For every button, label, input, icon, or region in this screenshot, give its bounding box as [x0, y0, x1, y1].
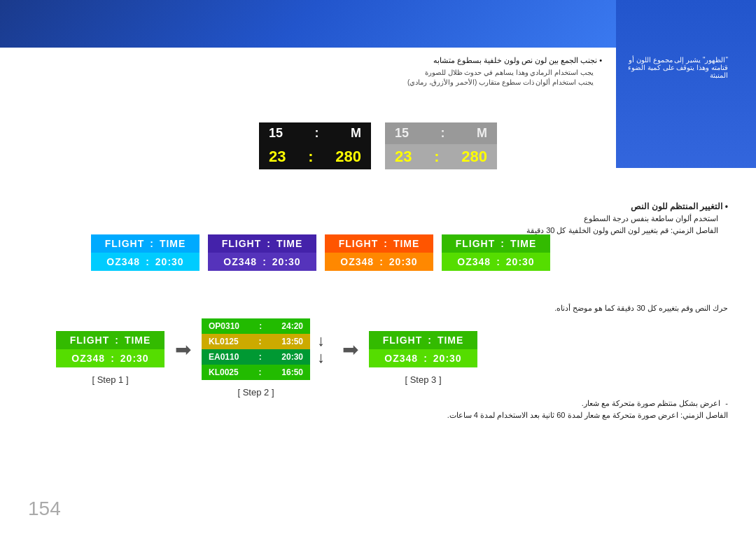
right-panel	[616, 0, 756, 168]
flight-board-green: FLIGHT : TIME OZ348 : 20:30	[442, 234, 550, 271]
step2-row2-col2: 13:50	[281, 337, 303, 346]
arrow2: ➡	[332, 338, 369, 379]
fb-blue-bot-colon: :	[146, 256, 150, 267]
rotation-desc: حرك النص وقم بتغييره كل 30 دقيقة كما هو …	[308, 301, 728, 314]
fb-orange-bot-flight: OZ348	[340, 256, 374, 267]
scoreboard-dark: 15 : M 23 : 280	[259, 122, 371, 169]
bottom-desc: اعرض بشكل منتظم صورة متحركة مع شعار. الف…	[406, 399, 728, 423]
sb-gray-top-left: 15	[395, 126, 409, 141]
step2-row1-col2: 24:20	[281, 321, 303, 331]
step1-bot-flight: OZ348	[71, 353, 105, 364]
step3-top-time: TIME	[438, 335, 463, 346]
scoreboard-gray: 15 : M 23 : 280	[385, 122, 497, 169]
step3-label: [ Step 3 ]	[405, 374, 441, 385]
sb-gray-bot-colon: :	[434, 148, 439, 166]
step1-board: FLIGHT : TIME OZ348 : 20:30	[56, 331, 164, 367]
sub-1: يجب استخدام الرمادي وهذا يساهم في حدوث ظ…	[301, 69, 602, 76]
fb-purple-bot-flight: OZ348	[223, 256, 257, 267]
sb-gray-top-right: M	[477, 126, 487, 141]
step3-board: FLIGHT : TIME OZ348 : 20:30	[369, 331, 477, 367]
step2-row3-col1: EA0110	[209, 352, 239, 362]
step2-row3-colon: :	[259, 352, 262, 362]
step3-block: FLIGHT : TIME OZ348 : 20:30 [ Step 3 ]	[369, 331, 477, 385]
fb-blue-top-colon: :	[150, 238, 154, 249]
flight-boards-row: FLIGHT : TIME OZ348 : 20:30 FLIGHT : TIM…	[91, 234, 550, 271]
bottom-desc-line2: الفاصل الزمني: اعرض صورة متحركة مع شعار …	[406, 411, 728, 420]
down-arrow-1: ↓	[317, 332, 325, 349]
step2-row2-colon: :	[259, 337, 262, 346]
fb-orange-bot-time: 20:30	[389, 256, 418, 267]
down-arrows: ↓ ↓	[310, 332, 332, 384]
fb-orange-top-flight: FLIGHT	[339, 238, 379, 249]
step2-row1-colon: :	[259, 321, 262, 331]
fb-purple-top-colon: :	[267, 238, 271, 249]
step1-top-time: TIME	[125, 335, 150, 346]
flight-board-purple: FLIGHT : TIME OZ348 : 20:30	[208, 234, 316, 271]
bottom-desc-line1: اعرض بشكل منتظم صورة متحركة مع شعار.	[406, 399, 728, 408]
fb-orange-bot-colon: :	[379, 256, 384, 267]
fb-blue-bot-flight: OZ348	[106, 256, 140, 267]
section-desc: التغيير المنتظم للون النص استخدم ألوان س…	[378, 202, 728, 238]
step2-row3-col2: 20:30	[281, 352, 303, 362]
fb-orange-top-time: TIME	[393, 238, 419, 249]
step3-bot-flight: OZ348	[384, 353, 418, 364]
step1-label: [ Step 1 ]	[92, 374, 128, 385]
fb-purple-bot-colon: :	[262, 256, 267, 267]
fb-green-bot-time: 20:30	[506, 256, 535, 267]
step2-row4-col1: KL0025	[209, 367, 239, 377]
bullet-1: نجنب الجمع بين لون نص ولون خلفية بسطوع م…	[301, 56, 602, 65]
fb-blue-top-time: TIME	[160, 238, 186, 249]
page-number: 154	[28, 498, 61, 520]
fb-green-top-flight: FLIGHT	[456, 238, 496, 249]
step3-top-flight: FLIGHT	[383, 335, 423, 346]
step2-block: OP0310 : 24:20 KL0125 : 13:50 EA0110 : 2…	[202, 318, 310, 398]
sb-dark-bot-left: 23	[269, 148, 286, 166]
step1-block: FLIGHT : TIME OZ348 : 20:30 [ Step 1 ]	[56, 331, 164, 385]
scoreboards-container: 15 : M 23 : 280 15 : M 23 : 280	[259, 122, 497, 169]
desc-line-1: استخدم ألوان ساطعة بنفس درجة السطوع	[378, 214, 728, 223]
step2-row2-col1: KL0125	[209, 337, 239, 346]
flight-board-blue: FLIGHT : TIME OZ348 : 20:30	[91, 234, 200, 271]
fb-blue-top-flight: FLIGHT	[105, 238, 145, 249]
down-arrow-2: ↓	[317, 349, 325, 366]
arrow1: ➡	[164, 338, 202, 379]
fb-blue-bot-time: 20:30	[155, 256, 184, 267]
fb-green-top-time: TIME	[510, 238, 536, 249]
fb-orange-top-colon: :	[384, 238, 388, 249]
arrow2-icon: ➡	[332, 338, 369, 361]
sb-dark-top-left: 15	[269, 126, 283, 141]
sb-gray-bot-left: 23	[395, 148, 412, 166]
fb-green-bot-colon: :	[496, 256, 500, 267]
sb-dark-bot-right: 280	[335, 148, 361, 166]
step1-bot-colon: :	[111, 353, 115, 364]
flight-board-orange: FLIGHT : TIME OZ348 : 20:30	[325, 234, 433, 271]
sb-dark-top-right: M	[351, 126, 361, 141]
right-panel-text: "الظهور" يشير إلى مجموع اللون أو قتامته …	[616, 56, 728, 79]
step3-bot-time: 20:30	[433, 353, 462, 364]
fb-purple-top-time: TIME	[276, 238, 302, 249]
step1-top-colon: :	[115, 335, 119, 346]
step2-row4-colon: :	[259, 367, 262, 377]
step3-bot-colon: :	[424, 353, 428, 364]
step2-label: [ Step 2 ]	[237, 387, 274, 398]
sb-gray-bot-right: 280	[461, 148, 487, 166]
step3-top-colon: :	[428, 335, 432, 346]
fb-purple-bot-time: 20:30	[272, 256, 301, 267]
step2-board: OP0310 : 24:20 KL0125 : 13:50 EA0110 : 2…	[202, 318, 310, 380]
sb-dark-top-colon: :	[315, 126, 319, 141]
sb-dark-bot-colon: :	[308, 148, 313, 166]
fb-purple-top-flight: FLIGHT	[222, 238, 262, 249]
fb-green-bot-flight: OZ348	[457, 256, 491, 267]
step1-top-flight: FLIGHT	[70, 335, 110, 346]
fb-green-top-colon: :	[500, 238, 505, 249]
sub-2: يجنب استخدام ألوان ذات سطوع متقارب (الأح…	[301, 78, 602, 86]
step2-row1-col1: OP0310	[209, 321, 239, 331]
top-text-section: نجنب الجمع بين لون نص ولون خلفية بسطوع م…	[301, 56, 602, 88]
sb-gray-top-colon: :	[441, 126, 445, 141]
steps-section: FLIGHT : TIME OZ348 : 20:30 [ Step 1 ] ➡…	[56, 318, 581, 398]
step2-row4-col2: 16:50	[281, 367, 303, 377]
desc-title: التغيير المنتظم للون النص	[378, 202, 728, 211]
arrow1-icon: ➡	[164, 338, 202, 361]
step1-bot-time: 20:30	[120, 353, 149, 364]
